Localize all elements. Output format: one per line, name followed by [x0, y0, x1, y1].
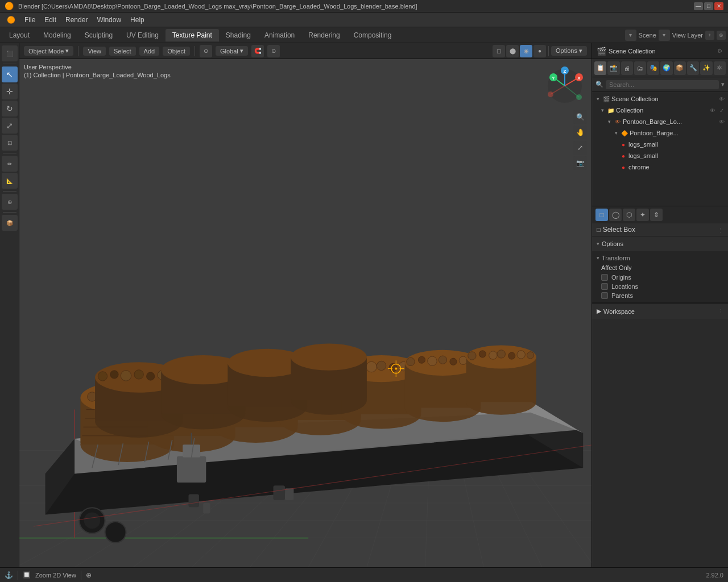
- panel-options-icon[interactable]: ⚙: [715, 47, 723, 55]
- menu-blender[interactable]: 🟠: [2, 15, 20, 25]
- parents-checkbox[interactable]: [601, 292, 608, 299]
- tab-texture-paint[interactable]: Texture Paint: [166, 29, 219, 41]
- tab-animation[interactable]: Animation: [258, 29, 301, 41]
- collection-visibility-icon[interactable]: 👁: [709, 106, 717, 114]
- mode-button[interactable]: ⬛: [2, 45, 18, 61]
- select-lasso-icon[interactable]: ⬡: [623, 209, 635, 221]
- add-object-tool[interactable]: 📦: [2, 215, 18, 231]
- camera-button[interactable]: 📷: [573, 156, 587, 170]
- viewport-shading-wire[interactable]: ◻: [493, 45, 505, 57]
- origins-checkbox[interactable]: [601, 274, 608, 281]
- search-input[interactable]: [606, 80, 719, 89]
- snap-button[interactable]: 🧲: [251, 45, 264, 57]
- scene-props-icon[interactable]: 🎭: [647, 61, 659, 75]
- toolbar-separator-2: [3, 153, 16, 153]
- options-section-header[interactable]: ▾ Options: [592, 236, 728, 251]
- transform-space-dropdown[interactable]: Global ▾: [216, 46, 248, 56]
- move-tool[interactable]: ✛: [2, 84, 18, 99]
- menu-file[interactable]: File: [20, 15, 40, 25]
- modifier-icon[interactable]: 🔧: [687, 61, 699, 75]
- origins-row: Origins: [597, 273, 723, 282]
- viewport-shading-solid[interactable]: ⬤: [506, 45, 519, 57]
- select-menu[interactable]: Select: [109, 47, 136, 56]
- scale-tool[interactable]: ⤢: [2, 118, 18, 134]
- proportional-edit-button[interactable]: ⊙: [267, 45, 280, 57]
- select-extra-icon[interactable]: ✦: [636, 209, 649, 221]
- scene-collection-root[interactable]: ▾ 🎬 Scene Collection 👁: [592, 93, 728, 105]
- transform-arrow: ▾: [597, 255, 599, 261]
- add-scene-button[interactable]: +: [705, 31, 714, 40]
- scene-selector[interactable]: ▾: [625, 30, 636, 41]
- collection-check-icon[interactable]: ✓: [718, 106, 726, 114]
- chrome-object[interactable]: ● chrome: [592, 161, 728, 173]
- locations-checkbox[interactable]: [601, 283, 608, 290]
- logs-small-2[interactable]: ● logs_small: [592, 150, 728, 161]
- menu-edit[interactable]: Edit: [40, 15, 61, 25]
- zoom-in-button[interactable]: 🔍: [573, 110, 587, 124]
- render-icon[interactable]: 📸: [607, 61, 619, 75]
- viewport-canvas[interactable]: User Perspective (1) Collection | Pontoo…: [19, 59, 592, 567]
- filter-icon[interactable]: ▾: [721, 81, 725, 88]
- view-menu[interactable]: View: [83, 47, 106, 56]
- scene-options-button[interactable]: ⊗: [717, 31, 726, 40]
- svg-point-103: [121, 371, 131, 381]
- svg-point-116: [291, 343, 367, 370]
- transform-pivot-button[interactable]: ⊙: [200, 45, 212, 57]
- rotate-tool[interactable]: ↻: [2, 101, 18, 117]
- pontoon-visibility-icon[interactable]: 👁: [718, 118, 726, 126]
- viewport-shading-material[interactable]: ◉: [520, 45, 532, 57]
- tool-extra-icon[interactable]: ⇕: [650, 209, 663, 221]
- close-button[interactable]: ✕: [714, 2, 723, 10]
- svg-point-105: [146, 372, 154, 380]
- workspace-section[interactable]: ▶ Workspace ⋮: [592, 303, 728, 319]
- tab-layout[interactable]: Layout: [2, 29, 36, 41]
- outliner-icon[interactable]: 📋: [594, 61, 606, 75]
- menu-help[interactable]: Help: [126, 15, 149, 25]
- pontoon-object[interactable]: ▾ 🔶 Pontoon_Barge...: [592, 127, 728, 139]
- pontoon-object-label: Pontoon_Barge...: [630, 130, 679, 136]
- physics-icon[interactable]: ⚛: [714, 61, 726, 75]
- pontoon-collection[interactable]: ▾ 👁 Pontoon_Barge_Lo... 👁: [592, 116, 728, 127]
- output-icon[interactable]: 🖨: [621, 61, 633, 75]
- tab-compositing[interactable]: Compositing: [347, 29, 399, 41]
- cursor-tool[interactable]: ⊕: [2, 194, 18, 210]
- particles-icon[interactable]: ✨: [700, 61, 712, 75]
- viewport-shading-render[interactable]: ●: [533, 45, 546, 57]
- select-box-tool[interactable]: ↖: [2, 66, 18, 82]
- tab-shading[interactable]: Shading: [219, 29, 258, 41]
- collection-item[interactable]: ▾ 📁 Collection 👁 ✓: [592, 105, 728, 116]
- zoom-out-button[interactable]: 🤚: [573, 126, 587, 139]
- select-circle-icon[interactable]: ◯: [609, 209, 622, 221]
- tab-modeling[interactable]: Modeling: [36, 29, 78, 41]
- options-content: ▾ Transform Affect Only Origins Loca: [592, 251, 728, 302]
- tab-sculpting[interactable]: Sculpting: [78, 29, 119, 41]
- visibility-icon[interactable]: 👁: [718, 95, 726, 103]
- logs-small-1[interactable]: ● logs_small: [592, 139, 728, 150]
- transform-header[interactable]: ▾ Transform: [597, 253, 723, 263]
- options-dropdown[interactable]: Options ▾: [551, 46, 587, 56]
- menu-window[interactable]: Window: [92, 15, 126, 25]
- minimize-button[interactable]: —: [694, 2, 703, 10]
- add-menu[interactable]: Add: [139, 47, 160, 56]
- workspace-label: Workspace: [603, 308, 635, 315]
- view-layer-icon[interactable]: 🗂: [634, 61, 646, 75]
- measure-tool[interactable]: 📐: [2, 173, 18, 189]
- select-box-icon[interactable]: □: [595, 209, 608, 221]
- annotate-tool[interactable]: ✏: [2, 156, 18, 172]
- svg-point-104: [134, 370, 143, 379]
- viewport-mode-dropdown[interactable]: Object Mode ▾: [24, 46, 73, 56]
- maximize-button[interactable]: □: [704, 2, 713, 10]
- tab-rendering[interactable]: Rendering: [301, 29, 346, 41]
- view-layer-selector[interactable]: ▾: [659, 30, 670, 41]
- object-menu[interactable]: Object: [163, 47, 190, 56]
- world-icon[interactable]: 🌍: [660, 61, 672, 75]
- viewport[interactable]: Object Mode ▾ View Select Add Object ⊙ G…: [19, 43, 592, 567]
- arrow-icon: ▾: [594, 95, 601, 102]
- scene-tree: ▾ 🎬 Scene Collection 👁 ▾ 📁 Collection 👁 …: [592, 92, 728, 206]
- version-label: 2.92.0: [706, 572, 723, 579]
- menu-render[interactable]: Render: [61, 15, 92, 25]
- pan-button[interactable]: ⤢: [573, 141, 587, 155]
- transform-tool[interactable]: ⊡: [2, 135, 18, 151]
- object-props-icon[interactable]: 📦: [674, 61, 686, 75]
- tab-uv-editing[interactable]: UV Editing: [119, 29, 166, 41]
